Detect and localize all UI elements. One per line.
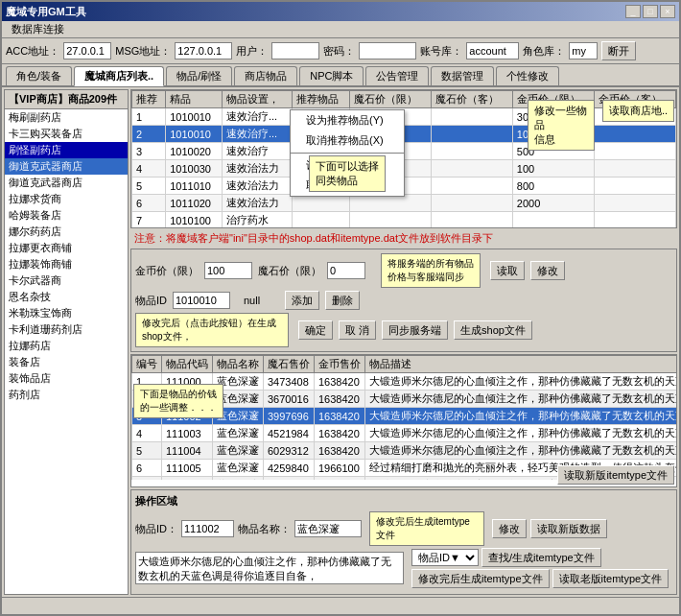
pwd-input[interactable] <box>359 42 416 59</box>
shop-item-selected[interactable]: 刷怪副药店 <box>5 142 128 158</box>
shop-item[interactable]: 御道克武器商店 <box>5 175 128 191</box>
item-row[interactable]: 5111004蓝色深邃60293121638420大锻造师米尔德尼的心血倾注之作… <box>132 442 677 460</box>
product-row[interactable]: 61011020速效治法力2000 <box>132 195 676 212</box>
operations-area: 操作区域 物品ID： 物品名称： 修改完后生成itemtype文件 修改 读取新… <box>130 489 677 595</box>
note-area: 注意：将魔域客户端"ini"目录中的shop.dat和itemtype.dat文… <box>130 230 677 247</box>
col-stone-limit: 魔石价（限） <box>349 91 431 108</box>
add-button[interactable]: 添加 <box>285 291 319 310</box>
menu-bar: 数据库连接 <box>2 21 679 38</box>
null-text: null <box>244 295 260 306</box>
col-recommend-item: 推荐物品 <box>292 91 349 108</box>
ops-item-id-input[interactable] <box>181 520 234 537</box>
shop-item[interactable]: 拉娜更衣商铺 <box>5 240 128 256</box>
user-input[interactable] <box>271 42 319 59</box>
shop-item[interactable]: 拉娜药店 <box>5 338 128 354</box>
tab-shop[interactable]: 魔城商店列表.. <box>74 66 164 86</box>
ops-read-new-button[interactable]: 读取新版数据 <box>530 519 607 538</box>
acc-input[interactable] <box>63 42 111 59</box>
db-input[interactable] <box>466 42 519 59</box>
tab-notice[interactable]: 公告管理 <box>365 66 429 85</box>
shop-item[interactable]: 装备店 <box>5 354 128 370</box>
desc-textarea[interactable]: 大锻造师米尔德尼的心血倾注之作，那种仿佛藏藏了无数玄机的天蓝色调是得你追逐目自备… <box>135 552 404 584</box>
modify-button[interactable]: 修改 <box>530 261 565 280</box>
col-gold-price: 金币售价 <box>315 356 365 373</box>
shop-item[interactable]: 卡三购买装备店 <box>5 126 128 142</box>
pwd-label: 密码： <box>323 44 355 59</box>
stone-price-input[interactable] <box>327 262 365 279</box>
confirm-button[interactable]: 确定 <box>298 320 333 340</box>
shop-item[interactable]: 恩名杂技 <box>5 289 128 305</box>
tab-personal[interactable]: 个性修改 <box>496 66 559 85</box>
sync-server-button[interactable]: 同步服务端 <box>382 320 448 340</box>
menu-separator <box>291 153 404 154</box>
shop-item[interactable]: 卡利道珊药剂店 <box>5 321 128 338</box>
form-row-gold: 金币价（限） 魔石价（限） 将服务端的所有物品价格与客服端同步 读取 修改 <box>135 253 672 288</box>
shop-item[interactable]: 拉娜求货商 <box>5 191 128 207</box>
toolbar: ACC地址： MSG地址： 用户： 密码： 账号库： 角色库： 断开 <box>2 38 679 64</box>
form-row-sync: 修改完后（点击此按钮）在生成shop文件， 确定 取 消 同步服务端 生成sho… <box>135 313 672 347</box>
gold-price-input[interactable] <box>204 262 252 279</box>
shop-item[interactable]: 药剂店 <box>5 387 128 403</box>
note-text: 注意：将魔域客户端"ini"目录中的shop.dat和itemtype.dat文… <box>134 232 493 244</box>
tabs-bar: 角色/装备 魔城商店列表.. 物品/刷怪 商店物品 NPC脚本 公告管理 数据管… <box>2 64 679 87</box>
item-id-select[interactable]: 物品ID▼ <box>411 549 479 566</box>
col-stone-price: 魔石售价 <box>264 356 315 373</box>
cancel-button[interactable]: 取 消 <box>339 320 376 340</box>
menu-set-recommend[interactable]: 设为推荐物品(Y) <box>291 110 404 130</box>
role-label: 角色库： <box>523 44 565 59</box>
maximize-button[interactable]: □ <box>643 5 658 18</box>
gen-shop-button[interactable]: 生成shop文件 <box>454 320 532 340</box>
tab-shopitem[interactable]: 商店物品 <box>234 66 297 85</box>
col-recommend: 推荐 <box>132 91 166 108</box>
shop-item[interactable]: 拉娜装饰商铺 <box>5 256 128 272</box>
role-input[interactable] <box>569 42 598 59</box>
shop-item[interactable]: 装饰品店 <box>5 370 128 387</box>
menu-db[interactable]: 数据库连接 <box>6 20 70 38</box>
shop-item[interactable]: 娜尔药药店 <box>5 224 128 240</box>
tab-item[interactable]: 物品/刷怪 <box>166 66 232 85</box>
ops-row1: 物品ID： 物品名称： 修改完后生成itemtype文件 修改 读取新版数据 <box>135 511 672 546</box>
gen-new-itemtype-button[interactable]: 修改完后生成itemtype文件 <box>411 569 550 588</box>
ops-modify-button[interactable]: 修改 <box>492 519 527 538</box>
shop-item[interactable]: 米勒珠宝饰商 <box>5 305 128 321</box>
shop-item-active[interactable]: 御道克武器商店 <box>5 158 128 175</box>
gen-itemtype-button[interactable]: 查找/生成itemtype文件 <box>481 548 601 567</box>
main-panel: 【VIP商店】商品209件 梅刷副药店 卡三购买装备店 刷怪副药店 御道克武器商… <box>2 87 679 597</box>
delete-button[interactable]: 删除 <box>325 291 360 310</box>
close-button[interactable]: × <box>660 5 675 18</box>
read-itemtype-button[interactable]: 读取新版itemtype文件 <box>557 465 674 485</box>
connect-button[interactable]: 断开 <box>601 41 636 60</box>
middle-form: 金币价（限） 魔石价（限） 将服务端的所有物品价格与客服端同步 读取 修改 物品… <box>130 249 677 352</box>
ops-item-id-label: 物品ID： <box>135 522 177 536</box>
tab-role[interactable]: 角色/装备 <box>6 66 72 85</box>
read-old-button[interactable]: 读取老版itemtype文件 <box>552 569 669 588</box>
col-premium: 精品 <box>166 91 223 108</box>
window-controls: _ □ × <box>625 5 675 18</box>
shop-list: 梅刷副药店 卡三购买装备店 刷怪副药店 御道克武器商店 御道克武器商店 拉娜求货… <box>5 109 128 594</box>
msg-input[interactable] <box>175 42 232 59</box>
right-panel: 推荐 精品 物品设置， 推荐物品 魔石价（限） 魔石价（客） 金币价（限） 金币… <box>130 89 677 595</box>
tab-npc[interactable]: NPC脚本 <box>299 66 364 85</box>
col-item-settings: 物品设置， <box>222 91 292 108</box>
tooltip-gen-itemtype: 修改完后生成itemtype文件 <box>369 511 484 546</box>
shop-list-panel: 【VIP商店】商品209件 梅刷副药店 卡三购买装备店 刷怪副药店 御道克武器商… <box>4 89 129 595</box>
shop-item[interactable]: 梅刷副药店 <box>5 109 128 126</box>
item-id-label: 物品ID <box>135 294 167 308</box>
shop-item[interactable]: 卡尔武器商 <box>5 272 128 289</box>
product-row[interactable]: 71010100治疗药水 <box>132 212 676 228</box>
item-id-input[interactable] <box>173 292 230 309</box>
tab-data[interactable]: 数据管理 <box>431 66 494 85</box>
read-button[interactable]: 读取 <box>490 261 525 280</box>
tooltip-same-category: 下面可以选择同类物品 <box>309 155 386 192</box>
operations-title: 操作区域 <box>135 494 672 509</box>
item-row[interactable]: 4111003蓝色深邃45219841638420大锻造师米尔德尼的心血倾注之作… <box>132 425 677 442</box>
window-title: 魔域专用GM工具 <box>6 5 86 19</box>
minimize-button[interactable]: _ <box>625 5 641 18</box>
form-row-itemid: 物品ID null 添加 删除 <box>135 291 672 310</box>
ops-item-name-input[interactable] <box>294 520 362 537</box>
product-area: 推荐 精品 物品设置， 推荐物品 魔石价（限） 魔石价（客） 金币价（限） 金币… <box>130 89 677 228</box>
shop-list-header: 【VIP商店】商品209件 <box>5 90 128 109</box>
shop-item[interactable]: 哈姆装备店 <box>5 207 128 224</box>
menu-cancel-recommend[interactable]: 取消推荐物品(X) <box>291 130 404 151</box>
title-bar: 魔域专用GM工具 _ □ × <box>2 2 679 21</box>
